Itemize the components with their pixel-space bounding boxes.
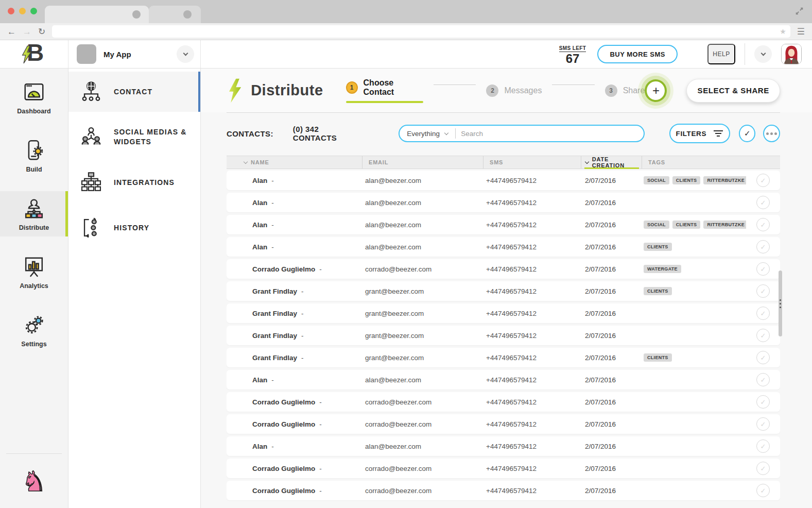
table-row[interactable]: Grant Findlay-grant@beezer.com+447496579… (227, 348, 780, 367)
column-header-sms[interactable]: SMS (483, 156, 581, 168)
row-select-checkbox[interactable]: ✓ (746, 351, 780, 364)
user-avatar[interactable] (781, 44, 802, 64)
table-row[interactable]: Grant Findlay-grant@beezer.com+447496579… (227, 303, 780, 323)
add-contact-button[interactable]: + (645, 79, 667, 102)
table-row[interactable]: Alan-alan@beezer.com+4474965794122/07/20… (227, 171, 780, 190)
row-select-checkbox[interactable]: ✓ (746, 373, 780, 386)
row-select-checkbox[interactable]: ✓ (746, 462, 780, 475)
row-select-checkbox[interactable]: ✓ (746, 196, 780, 209)
contact-tags: CLIENTS (642, 287, 746, 295)
table-row[interactable]: Corrado Guglielmo-corrado@beezer.com+447… (227, 392, 780, 412)
contact-email: alan@beezer.com (362, 376, 483, 384)
search-bar[interactable]: Everything (399, 125, 644, 142)
table-row[interactable]: Grant Findlay-grant@beezer.com+447496579… (227, 281, 780, 301)
table-row[interactable]: Corrado Guglielmo-corrado@beezer.com+447… (227, 481, 780, 500)
step-messages[interactable]: 2 Messages (486, 84, 542, 97)
contact-email: corrado@beezer.com (362, 420, 483, 428)
close-window-button[interactable] (8, 8, 14, 14)
sidebar-item-analytics[interactable]: Analytics (0, 249, 68, 295)
account-dropdown-button[interactable] (754, 45, 772, 63)
row-select-checkbox[interactable]: ✓ (746, 307, 780, 320)
reload-icon[interactable]: ↻ (38, 27, 45, 36)
sort-chevron-icon (244, 159, 248, 163)
row-select-checkbox[interactable]: ✓ (746, 218, 780, 231)
bookmark-star-icon[interactable]: ★ (780, 27, 786, 36)
sidebar-item-dashboard[interactable]: Dashboard (0, 75, 68, 120)
tag-badge: CLIENTS (672, 176, 701, 184)
step-share[interactable]: 3 Share (605, 84, 645, 97)
url-input[interactable] (56, 28, 780, 35)
contact-date-creation: 2/07/2016 (581, 420, 642, 428)
browser-menu-icon[interactable]: ☰ (797, 26, 805, 37)
zoom-window-button[interactable] (30, 8, 37, 14)
sidebar-item-settings[interactable]: Settings (0, 308, 68, 353)
search-scope-dropdown[interactable]: Everything (407, 130, 440, 138)
subsidebar-item-history[interactable]: HISTORY (68, 208, 200, 248)
app-dropdown-button[interactable] (177, 45, 194, 63)
subsidebar-item-integrations[interactable]: INTEGRATIONS (68, 162, 200, 202)
vertical-scrollbar[interactable] (779, 270, 782, 336)
row-select-checkbox[interactable]: ✓ (746, 417, 780, 431)
row-select-checkbox[interactable]: ✓ (746, 262, 780, 276)
page-title: Distribute (251, 82, 323, 99)
row-select-checkbox[interactable]: ✓ (746, 329, 780, 342)
app-header: B My App SMS LEFT 67 BUY MORE SMS HELP (0, 40, 812, 69)
table-row[interactable]: Alan-alan@beezer.com+4474965794122/07/20… (227, 370, 780, 390)
table-row[interactable]: Alan-alan@beezer.com+4474965794122/07/20… (227, 436, 780, 456)
column-header-name[interactable]: NAME (227, 156, 362, 168)
table-row[interactable]: Alan-alan@beezer.com+4474965794122/07/20… (227, 237, 780, 257)
browser-tab-active[interactable] (45, 6, 149, 23)
column-header-date-creation[interactable]: DATE CREATION (581, 156, 642, 168)
beezer-logo[interactable]: B (23, 43, 45, 65)
contact-sms: +447496579412 (483, 177, 581, 184)
subsidebar-item-contact[interactable]: CONTACT (68, 72, 200, 112)
table-row[interactable]: Corrado Guglielmo-corrado@beezer.com+447… (227, 259, 780, 279)
app-thumbnail (77, 44, 96, 64)
select-all-button[interactable]: ✓ (739, 125, 756, 142)
row-select-checkbox[interactable]: ✓ (746, 174, 780, 187)
sidebar-item-distribute[interactable]: Distribute (0, 191, 68, 236)
more-options-button[interactable] (763, 125, 780, 142)
column-header-tags[interactable]: TAGS (642, 156, 746, 168)
fullscreen-icon[interactable] (795, 7, 804, 15)
social-people-icon (68, 125, 114, 149)
contacts-toolbar: CONTACTS: (0) 342 CONTACTS Everything FI… (227, 124, 780, 143)
table-row[interactable]: Alan-alan@beezer.com+4474965794122/07/20… (227, 193, 780, 212)
scrollbar-grip-icon (780, 299, 781, 301)
app-selector[interactable]: My App (68, 40, 201, 68)
row-select-checkbox[interactable]: ✓ (746, 395, 780, 409)
forward-icon[interactable]: → (23, 27, 31, 36)
sidebar-item-build[interactable]: Build (0, 133, 68, 178)
row-select-checkbox[interactable]: ✓ (746, 439, 780, 453)
knight-button[interactable]: ♞ (0, 454, 68, 508)
contact-date-creation: 2/07/2016 (581, 265, 642, 273)
chevron-down-icon (761, 50, 766, 56)
column-header-email[interactable]: EMAIL (362, 156, 483, 168)
contact-date-creation: 2/07/2016 (581, 243, 642, 251)
contact-sms: +447496579412 (483, 199, 581, 207)
select-and-share-button[interactable]: SELECT & SHARE (686, 79, 780, 103)
filters-button[interactable]: FILTERS (669, 124, 730, 143)
table-row[interactable]: Alan-alan@beezer.com+4474965794122/07/20… (227, 215, 780, 234)
row-select-checkbox[interactable]: ✓ (746, 284, 780, 298)
contact-sms: +447496579412 (483, 243, 581, 251)
help-button[interactable]: HELP (707, 44, 735, 64)
table-row[interactable]: Grant Findlay-grant@beezer.com+447496579… (227, 326, 780, 345)
buy-more-sms-button[interactable]: BUY MORE SMS (597, 45, 678, 63)
row-select-checkbox[interactable]: ✓ (746, 240, 780, 253)
subsidebar-item-social-medias[interactable]: SOCIAL MEDIAS & WIDGETS (68, 117, 200, 157)
search-input[interactable] (461, 130, 636, 138)
step-connector (552, 84, 594, 85)
avatar-image (782, 44, 801, 64)
sidebar-item-label: Analytics (20, 282, 48, 290)
table-row[interactable]: Corrado Guglielmo-corrado@beezer.com+447… (227, 414, 780, 434)
minimize-window-button[interactable] (19, 8, 26, 14)
browser-tab[interactable] (149, 6, 201, 23)
address-bar[interactable]: ★ (52, 25, 790, 38)
contact-sms: +447496579412 (483, 332, 581, 340)
row-select-checkbox[interactable]: ✓ (746, 484, 780, 497)
step-choose-contact[interactable]: 1 Choose Contact (346, 78, 424, 103)
check-icon: ✓ (756, 395, 770, 409)
back-icon[interactable]: ← (7, 27, 16, 36)
table-row[interactable]: Corrado Guglielmo-corrado@beezer.com+447… (227, 459, 780, 478)
